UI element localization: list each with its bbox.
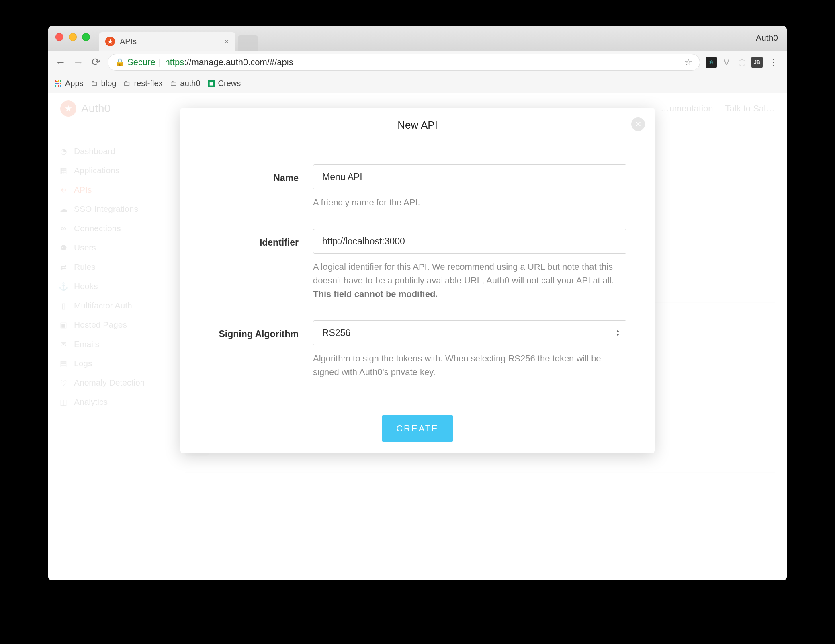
bookmark-label: Crews [218,79,241,88]
url-rest: ://manage.auth0.com/#/apis [184,57,293,68]
tab-title: APIs [120,37,137,46]
browser-tab[interactable]: ★ APIs × [99,32,235,51]
folder-icon: 🗀 [91,79,98,88]
algorithm-label: Signing Algorithm [209,320,313,342]
algorithm-select[interactable] [313,320,626,345]
jetbrains-icon[interactable]: JB [751,57,763,68]
bookmark-label: rest-flex [134,79,162,88]
form-row-algorithm: Signing Algorithm ▴▾ Algorithm to sign t… [209,320,626,379]
url-scheme: https [165,57,184,68]
profile-label[interactable]: Auth0 [756,33,778,43]
bookmark-label: auth0 [180,79,201,88]
form-row-identifier: Identifier A logical identifier for this… [209,229,626,301]
identifier-help-text: A logical identifier for this API. We re… [313,262,614,285]
apps-grid-icon [55,80,62,87]
modal-title: New API [397,119,438,131]
identifier-label: Identifier [209,229,313,250]
new-tab-button[interactable] [238,35,258,51]
modal-footer: CREATE [180,404,655,453]
browser-menu-button[interactable]: ⋮ [767,57,780,68]
bookmarks-bar: Apps 🗀 blog 🗀 rest-flex 🗀 auth0 ▦ Crews [48,74,787,93]
secure-label: Secure [127,57,156,68]
forward-button[interactable]: → [72,56,84,68]
folder-icon: 🗀 [123,79,131,88]
lock-icon: 🔒 [115,58,124,67]
name-label: Name [209,164,313,186]
modal-body: Name A friendly name for the API. Identi… [180,140,655,404]
browser-window: ★ APIs × Auth0 ← → ⟳ 🔒 Secure | https://… [48,26,787,580]
form-row-name: Name A friendly name for the API. [209,164,626,209]
new-api-modal: New API ✕ Name A friendly name for the A… [180,108,655,453]
extension-icons: ⚛ V ◌ JB ⋮ [706,57,780,68]
toolbar: ← → ⟳ 🔒 Secure | https://manage.auth0.co… [48,51,787,74]
window-minimize-button[interactable] [69,33,77,41]
traffic-lights [55,33,90,41]
modal-overlay[interactable]: New API ✕ Name A friendly name for the A… [48,93,787,580]
algorithm-help: Algorithm to sign the tokens with. When … [313,352,626,379]
modal-header: New API ✕ [180,108,655,140]
create-button[interactable]: CREATE [382,415,453,442]
identifier-help: A logical identifier for this API. We re… [313,260,626,301]
window-zoom-button[interactable] [82,33,90,41]
extension-icon[interactable]: ◌ [736,57,747,68]
bookmark-folder-blog[interactable]: 🗀 blog [91,79,117,88]
window-close-button[interactable] [55,33,63,41]
bookmark-star-icon[interactable]: ☆ [684,57,692,68]
bookmark-folder-restflex[interactable]: 🗀 rest-flex [123,79,162,88]
folder-icon: 🗀 [170,79,177,88]
react-devtools-icon[interactable]: ⚛ [706,57,717,68]
apps-label: Apps [65,79,84,88]
name-help: A friendly name for the API. [313,196,626,209]
bookmark-crews[interactable]: ▦ Crews [208,79,241,88]
name-input[interactable] [313,164,626,189]
titlebar: ★ APIs × Auth0 [48,26,787,51]
sheets-icon: ▦ [208,80,215,87]
address-bar[interactable]: 🔒 Secure | https://manage.auth0.com/#/ap… [108,54,700,71]
apps-bookmark[interactable]: Apps [55,79,84,88]
auth0-favicon-icon: ★ [105,37,115,46]
identifier-input[interactable] [313,229,626,254]
close-icon: ✕ [635,120,641,129]
vue-devtools-icon[interactable]: V [721,57,732,68]
identifier-help-bold: This field cannot be modified. [313,289,438,299]
tab-close-button[interactable]: × [224,37,229,46]
modal-close-button[interactable]: ✕ [631,117,645,131]
reload-button[interactable]: ⟳ [90,56,102,68]
url-divider: | [159,57,161,68]
bookmark-label: blog [101,79,117,88]
bookmark-folder-auth0[interactable]: 🗀 auth0 [170,79,201,88]
back-button[interactable]: ← [55,56,67,68]
